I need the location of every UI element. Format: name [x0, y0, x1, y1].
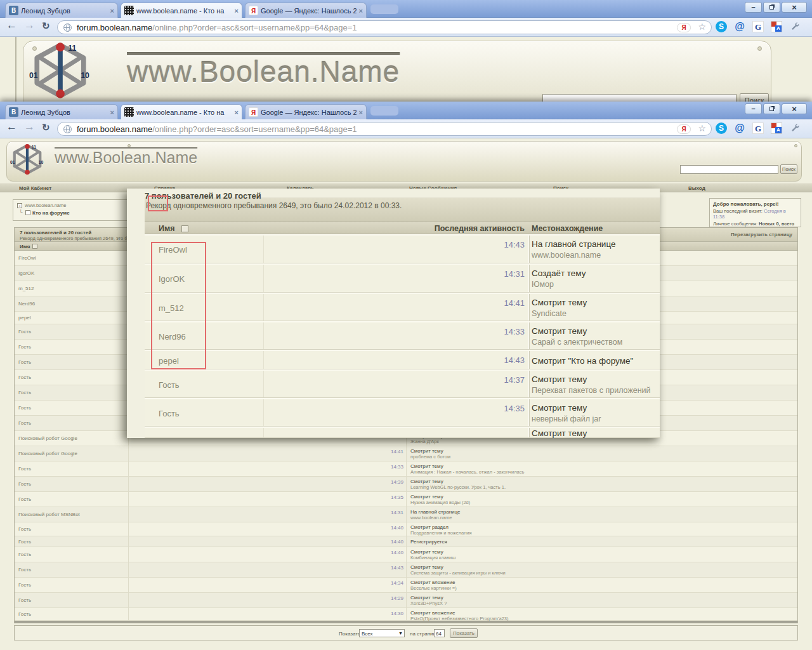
column-location[interactable]: Местонахождение: [532, 224, 603, 233]
user-name[interactable]: Гость: [159, 380, 180, 390]
browser-tab[interactable]: ВЛеонид Зубцов×: [5, 104, 118, 119]
location-line1[interactable]: Смотрит вложение: [410, 610, 455, 616]
column-name[interactable]: Имя: [20, 244, 30, 249]
location-line2[interactable]: Жанна Д'Арк: [410, 439, 439, 444]
wrench-icon[interactable]: [789, 21, 801, 32]
user-name[interactable]: m_512: [18, 286, 34, 291]
tab-close-icon[interactable]: ×: [110, 109, 114, 116]
location-line1[interactable]: Смотрит тему: [410, 595, 443, 600]
location-line1[interactable]: Смотрит тему: [410, 494, 443, 500]
show-submit-button[interactable]: Показать: [450, 628, 478, 638]
location-line1[interactable]: Смотрит "Кто на форуме": [532, 356, 633, 366]
location-line1[interactable]: Смотрит тему: [532, 403, 587, 413]
nav-item[interactable]: Мой Кабинет: [19, 185, 51, 191]
user-name[interactable]: Гость: [18, 539, 31, 545]
user-name[interactable]: FireOwl: [18, 255, 36, 261]
sort-icon[interactable]: [32, 244, 37, 249]
user-name[interactable]: Гость: [18, 567, 31, 573]
user-name[interactable]: Гость: [18, 344, 31, 350]
bookmark-star-icon[interactable]: ☆: [698, 123, 706, 133]
forward-button[interactable]: →: [24, 121, 35, 133]
location-line2[interactable]: Нужна анимация воды (2d): [410, 500, 470, 505]
location-line2[interactable]: Learning WebGL по-русски. Урок 1, часть …: [410, 484, 506, 490]
location-line1[interactable]: Смотрит тему: [410, 549, 443, 555]
browser-tab[interactable]: ВЛеонид Зубцов×: [5, 3, 118, 18]
location-line1[interactable]: Смотрит тему: [532, 298, 587, 307]
browser-tab[interactable]: ЯGoogle — Яндекс: Нашлось 2×: [245, 3, 367, 18]
google-icon[interactable]: G: [752, 123, 764, 134]
user-name[interactable]: Nerd96: [18, 301, 35, 307]
user-name[interactable]: Гость: [18, 582, 31, 588]
sort-icon[interactable]: [181, 225, 188, 232]
user-name[interactable]: Гость: [18, 420, 31, 426]
location-line1[interactable]: Смотрит тему: [532, 428, 587, 438]
browser-tab[interactable]: www.boolean.name - Кто на×: [121, 3, 242, 18]
location-line1[interactable]: На главной странице: [532, 239, 615, 249]
tab-close-icon[interactable]: ×: [110, 7, 114, 15]
location-line1[interactable]: Смотрит раздел: [410, 524, 449, 530]
reload-page-link[interactable]: Перезагрузить страницу: [731, 232, 792, 237]
location-line2[interactable]: Перехват пакетов с приложений: [532, 386, 651, 395]
location-line2[interactable]: Поздравления и пожелания: [410, 530, 472, 536]
nav-item[interactable]: Выход: [688, 185, 705, 191]
user-name[interactable]: Гость: [18, 329, 31, 335]
user-name[interactable]: Гость: [18, 552, 31, 557]
user-name[interactable]: pepel: [18, 315, 31, 321]
column-name[interactable]: Имя: [159, 224, 175, 233]
show-select[interactable]: Всех ▼: [359, 629, 405, 637]
browser-tab[interactable]: ЯGoogle — Яндекс: Нашлось 2×: [245, 104, 367, 119]
address-bar[interactable]: forum.boolean.name/online.php?order=asc&…: [57, 20, 712, 34]
user-name[interactable]: Гость: [18, 611, 31, 617]
forum-search-input[interactable]: [542, 94, 737, 102]
mailru-icon[interactable]: @: [734, 21, 745, 32]
close-button[interactable]: ×: [782, 103, 807, 114]
tab-close-icon[interactable]: ×: [359, 7, 363, 15]
user-name[interactable]: Гость: [18, 375, 31, 380]
restore-button[interactable]: [763, 2, 780, 13]
minimize-button[interactable]: –: [745, 103, 762, 114]
location-line1[interactable]: Создаёт тему: [532, 269, 586, 278]
user-name[interactable]: Гость: [18, 526, 31, 532]
location-line2[interactable]: Сарай с электричеством: [532, 338, 622, 347]
location-line1[interactable]: Регистрируется: [410, 539, 447, 545]
location-line2[interactable]: www.boolean.name: [532, 251, 601, 260]
user-name[interactable]: Гость: [159, 409, 180, 418]
close-button[interactable]: ×: [782, 2, 807, 13]
minimize-button[interactable]: –: [745, 2, 762, 13]
location-line2[interactable]: Xors3D+PhysX ?: [410, 600, 447, 606]
breadcrumb-root[interactable]: www.boolean.name: [25, 202, 66, 208]
location-line1[interactable]: Смотрит тему: [410, 479, 443, 484]
mailru-icon[interactable]: @: [734, 123, 745, 134]
address-bar[interactable]: forum.boolean.name/online.php?order=asc&…: [57, 122, 712, 136]
forum-search-input[interactable]: [680, 165, 778, 174]
user-name[interactable]: Поисковый робот MSNBot: [18, 512, 80, 517]
user-name[interactable]: IgorOK: [18, 270, 34, 276]
reload-button[interactable]: ↻: [42, 20, 50, 32]
forum-search-button[interactable]: Поиск: [780, 164, 797, 174]
back-button[interactable]: ←: [6, 19, 17, 32]
restore-button[interactable]: [763, 103, 780, 114]
yandex-icon[interactable]: Я: [677, 23, 691, 32]
reload-button[interactable]: ↻: [42, 122, 50, 133]
user-name[interactable]: Гость: [18, 496, 31, 502]
user-name[interactable]: Поисковый робот Google: [18, 451, 77, 456]
forum-search-button[interactable]: Поиск: [740, 93, 769, 102]
location-line1[interactable]: Смотрит тему: [532, 375, 587, 384]
location-line1[interactable]: Смотрит тему: [410, 463, 443, 469]
tab-close-icon[interactable]: ×: [359, 109, 363, 116]
location-line2[interactable]: www.boolean.name: [410, 515, 452, 521]
skype-icon[interactable]: S: [716, 21, 727, 32]
tab-close-icon[interactable]: ×: [235, 7, 239, 15]
user-name[interactable]: Гость: [18, 359, 31, 365]
user-name[interactable]: Гость: [18, 390, 31, 395]
location-line2[interactable]: Анимация : Нажал - началась, отжал - зак…: [410, 469, 524, 475]
location-line1[interactable]: Смотрит тему: [532, 326, 587, 336]
location-line2[interactable]: Веселые картинки =): [410, 585, 457, 591]
translate-icon[interactable]: A: [771, 123, 782, 134]
wrench-icon[interactable]: [789, 123, 801, 134]
translate-icon[interactable]: A: [771, 21, 782, 32]
location-line1[interactable]: Смотрит тему: [410, 448, 443, 454]
new-tab-button[interactable]: [370, 4, 398, 14]
google-icon[interactable]: G: [752, 21, 764, 32]
breadcrumb-current[interactable]: Кто на форуме: [32, 210, 70, 216]
